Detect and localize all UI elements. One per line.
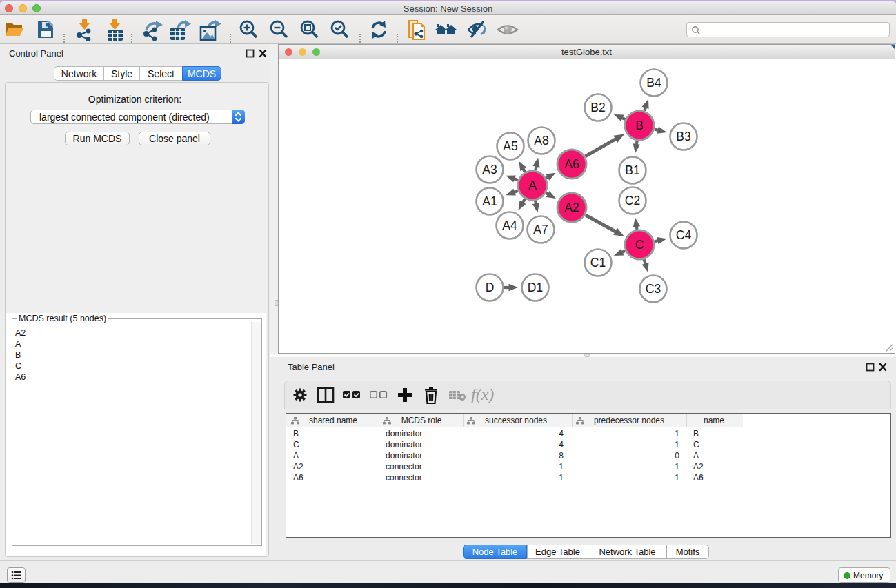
svg-text:B: B xyxy=(635,119,644,132)
svg-text:A: A xyxy=(528,179,537,192)
svg-text:A5: A5 xyxy=(503,139,517,153)
svg-text:B2: B2 xyxy=(590,101,605,114)
svg-text:C2: C2 xyxy=(625,194,640,207)
svg-text:B4: B4 xyxy=(646,76,661,90)
svg-text:A7: A7 xyxy=(533,223,548,236)
svg-text:C3: C3 xyxy=(646,282,661,296)
svg-text:C4: C4 xyxy=(676,228,692,242)
svg-text:B1: B1 xyxy=(625,163,639,177)
svg-text:A4: A4 xyxy=(502,219,517,232)
svg-text:A1: A1 xyxy=(482,194,497,208)
svg-text:C1: C1 xyxy=(590,256,606,270)
svg-text:B3: B3 xyxy=(676,130,690,143)
svg-text:A3: A3 xyxy=(482,163,497,176)
svg-text:A6: A6 xyxy=(564,157,579,171)
svg-text:A2: A2 xyxy=(564,201,579,214)
svg-text:D1: D1 xyxy=(528,281,543,294)
svg-text:A8: A8 xyxy=(534,134,548,148)
svg-text:C: C xyxy=(635,238,644,252)
svg-text:D: D xyxy=(486,281,495,294)
